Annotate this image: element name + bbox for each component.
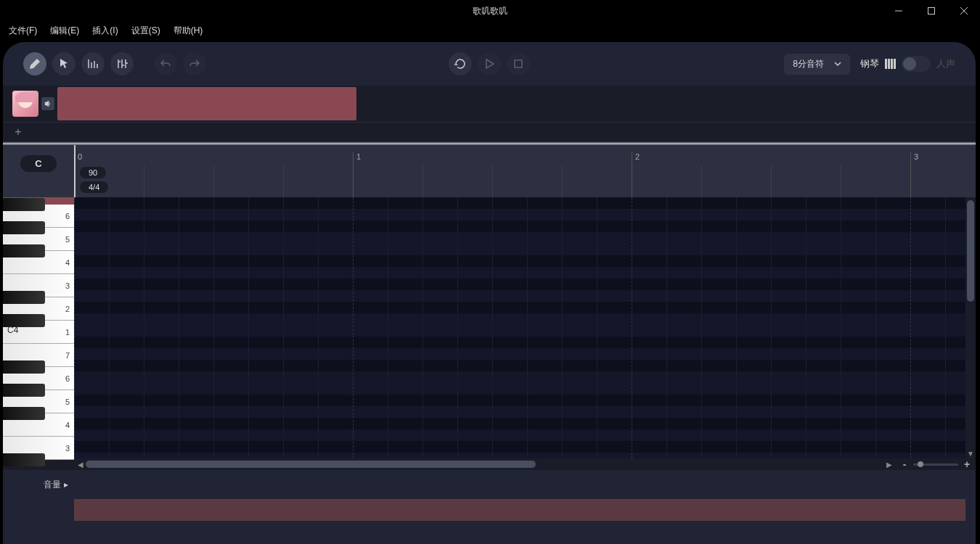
edit-tools xyxy=(23,52,206,75)
close-button[interactable] xyxy=(947,0,980,22)
bar-label: 2 xyxy=(635,152,640,161)
maximize-button[interactable] xyxy=(915,0,947,22)
chevron-right-icon: ▸ xyxy=(64,479,68,490)
timesig-badge[interactable]: 4/4 xyxy=(80,181,108,193)
horizontal-scrollbar-row: ◀ ▶ - + xyxy=(3,458,976,470)
audio-clip[interactable] xyxy=(57,87,356,120)
bar-label: 3 xyxy=(914,152,918,161)
piano-roll: 6 5 4 3 2 1 7 6 5 4 3 C4 ▲ ▼ xyxy=(3,197,976,458)
zoom-control: - + xyxy=(896,458,976,470)
singer-avatar[interactable] xyxy=(12,91,38,117)
bar-label: 0 xyxy=(78,152,82,161)
undo-button[interactable] xyxy=(154,52,177,75)
playhead[interactable] xyxy=(74,145,75,197)
transport-controls xyxy=(449,52,530,75)
mode-switch[interactable] xyxy=(902,56,931,72)
zoom-slider[interactable] xyxy=(913,463,958,466)
params-tool[interactable] xyxy=(110,52,134,75)
vertical-scrollbar[interactable]: ▲ ▼ xyxy=(965,197,976,458)
quantize-dropdown[interactable]: 8分音符 xyxy=(784,54,850,75)
chevron-down-icon xyxy=(834,60,841,67)
toolbar: 8分音符 钢琴 人声 xyxy=(3,42,976,86)
menu-edit[interactable]: 编辑(E) xyxy=(47,23,82,38)
svg-rect-1 xyxy=(928,8,934,15)
c4-label: C4 xyxy=(7,325,18,335)
minimize-button[interactable] xyxy=(882,0,915,22)
menu-file[interactable]: 文件(F) xyxy=(6,23,40,38)
bottom-region xyxy=(3,499,976,521)
mode-toggle: 钢琴 人声 xyxy=(860,56,955,72)
pencil-tool[interactable] xyxy=(23,52,46,75)
ruler-scroll-spacer xyxy=(965,145,976,197)
horizontal-scrollbar[interactable]: ◀ ▶ xyxy=(74,458,896,470)
track-list: + xyxy=(3,86,976,142)
ruler: C 0 1 2 3 90 4/4 xyxy=(3,145,976,197)
toolbar-right: 8分音符 钢琴 人声 xyxy=(784,54,955,75)
scroll-left-icon[interactable]: ◀ xyxy=(75,461,86,469)
bar-label: 1 xyxy=(356,152,361,161)
tempo-badge[interactable]: 90 xyxy=(80,167,106,178)
scroll-down-icon[interactable]: ▼ xyxy=(965,448,976,458)
pointer-tool[interactable] xyxy=(52,52,75,75)
params-label-area[interactable]: 音量 ▸ xyxy=(3,470,74,499)
menu-help[interactable]: 帮助(H) xyxy=(171,23,206,38)
quantize-value: 8分音符 xyxy=(793,58,824,70)
workspace: 8分音符 钢琴 人声 + C xyxy=(3,42,976,544)
redo-button[interactable] xyxy=(183,52,206,75)
vscroll-thumb[interactable] xyxy=(967,200,974,302)
track-header[interactable] xyxy=(3,86,57,122)
menubar: 文件(F) 编辑(E) 插入(I) 设置(S) 帮助(H) xyxy=(0,22,980,39)
menu-settings[interactable]: 设置(S) xyxy=(128,23,163,38)
track-row xyxy=(3,86,976,122)
zoom-out-button[interactable]: - xyxy=(900,458,909,470)
piano-keyboard[interactable]: 6 5 4 3 2 1 7 6 5 4 3 C4 xyxy=(3,197,74,458)
window-controls xyxy=(882,0,980,22)
scroll-right-icon[interactable]: ▶ xyxy=(884,461,894,469)
params-lane[interactable] xyxy=(74,470,965,499)
pitch-tool[interactable] xyxy=(81,52,105,75)
stop-button[interactable] xyxy=(507,52,530,75)
piano-icon xyxy=(885,59,896,69)
mode-piano-label: 钢琴 xyxy=(860,57,879,70)
titlebar: 歌叽歌叽 xyxy=(0,0,980,22)
menu-insert[interactable]: 插入(I) xyxy=(89,23,121,38)
params-panel: 音量 ▸ xyxy=(3,470,976,499)
add-track-row: + xyxy=(3,122,976,142)
hscroll-thumb[interactable] xyxy=(86,461,536,468)
note-grid[interactable] xyxy=(74,197,965,458)
ruler-left: C xyxy=(3,145,74,197)
bottom-clip-region[interactable] xyxy=(74,499,965,521)
play-button[interactable] xyxy=(478,52,501,75)
window-title: 歌叽歌叽 xyxy=(473,5,507,17)
mute-button[interactable] xyxy=(41,97,54,110)
svg-rect-4 xyxy=(515,60,522,67)
mode-vocal-label: 人声 xyxy=(936,57,955,70)
add-track-button[interactable]: + xyxy=(9,123,28,141)
key-badge[interactable]: C xyxy=(20,155,56,172)
track-lane[interactable] xyxy=(57,86,976,122)
loop-button[interactable] xyxy=(449,52,472,75)
ruler-timeline[interactable]: 0 1 2 3 90 4/4 xyxy=(74,145,965,197)
zoom-in-button[interactable]: + xyxy=(963,458,971,470)
volume-label: 音量 xyxy=(44,479,61,491)
